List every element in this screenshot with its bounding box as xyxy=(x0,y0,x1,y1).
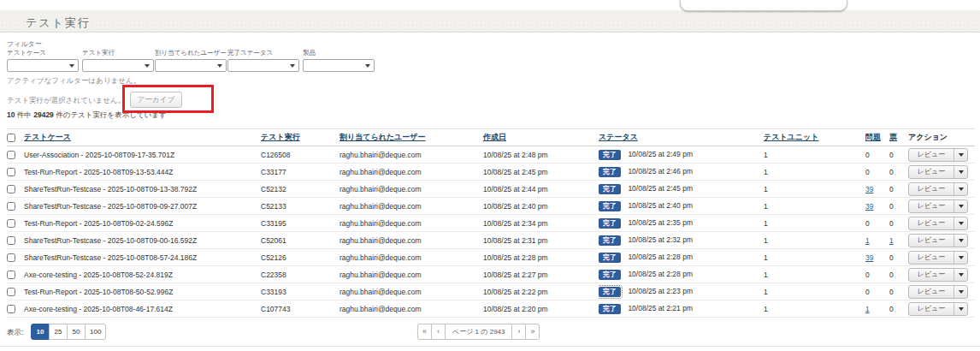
issues-count: 0 xyxy=(865,151,870,159)
status-time: 10/08/25 at 2:35 pm xyxy=(628,218,693,227)
votes-count: 0 xyxy=(889,202,894,211)
row-checkbox[interactable] xyxy=(7,288,15,296)
status-time: 10/08/25 at 2:40 pm xyxy=(628,201,693,210)
test-case-name: User-Association - 2025-10-08T09-17-35.7… xyxy=(24,151,174,159)
top-right-popover-cutoff xyxy=(680,0,847,11)
row-checkbox[interactable] xyxy=(7,253,15,262)
caret-down-icon xyxy=(959,273,964,277)
review-dropdown-toggle[interactable] xyxy=(953,303,967,315)
test-case-name: ShareTestRun-Testcase - 2025-10-08T09-09… xyxy=(24,202,197,211)
filter-field-completion-status: 完了ステータス xyxy=(227,49,301,72)
completion-status-filter-select[interactable] xyxy=(227,59,299,72)
status-time: 10/08/25 at 2:32 pm xyxy=(628,235,693,244)
select-all-checkbox[interactable] xyxy=(7,134,15,142)
review-dropdown-toggle[interactable] xyxy=(953,235,967,247)
row-checkbox[interactable] xyxy=(7,202,15,211)
review-button[interactable]: レビュー xyxy=(909,183,953,195)
review-button[interactable]: レビュー xyxy=(909,166,953,178)
page-size-100[interactable]: 100 xyxy=(85,324,106,340)
issues-count: 0 xyxy=(865,271,870,279)
test-case-filter-select[interactable] xyxy=(7,59,79,72)
first-page-button[interactable]: « xyxy=(417,324,432,340)
test-units-count: 1 xyxy=(764,151,768,159)
assigned-user-filter-select[interactable] xyxy=(155,59,227,72)
test-run-filter-select[interactable] xyxy=(82,59,154,72)
review-dropdown-toggle[interactable] xyxy=(953,217,967,229)
review-dropdown-toggle[interactable] xyxy=(953,269,967,281)
created-date: 10/08/25 at 2:27 pm xyxy=(483,271,548,279)
header-votes[interactable]: 票 xyxy=(889,133,897,141)
status-time: 10/08/25 at 2:49 pm xyxy=(628,150,693,158)
review-button[interactable]: レビュー xyxy=(909,200,953,212)
review-button[interactable]: レビュー xyxy=(909,149,953,161)
archive-button[interactable]: アーカイブ xyxy=(130,92,182,108)
issues-count[interactable]: 39 xyxy=(865,185,873,193)
row-checkbox[interactable] xyxy=(7,168,15,176)
row-checkbox[interactable] xyxy=(7,305,15,313)
review-dropdown-toggle[interactable] xyxy=(953,166,967,178)
votes-count[interactable]: 1 xyxy=(889,236,894,245)
issues-count[interactable]: 1 xyxy=(865,305,870,313)
caret-down-icon xyxy=(959,307,964,311)
review-button[interactable]: レビュー xyxy=(909,286,953,298)
header-assigned-user[interactable]: 割り当てられたユーザー xyxy=(339,133,425,141)
review-button[interactable]: レビュー xyxy=(909,252,953,264)
created-date: 10/08/25 at 2:31 pm xyxy=(483,236,548,245)
status-time: 10/08/25 at 2:28 pm xyxy=(628,270,693,278)
table-row: ShareTestRun-Testcase - 2025-10-08T08-57… xyxy=(7,249,975,266)
row-checkbox[interactable] xyxy=(7,151,15,159)
test-run-id: C33193 xyxy=(261,288,286,296)
header-test-run[interactable]: テスト実行 xyxy=(261,133,300,141)
last-page-button[interactable]: » xyxy=(525,324,540,340)
status-badge: 完了 xyxy=(599,270,621,280)
review-button[interactable]: レビュー xyxy=(909,303,953,315)
caret-down-icon xyxy=(959,222,964,225)
page-size-25[interactable]: 25 xyxy=(49,324,68,340)
table-header-row: テストケース テスト実行 割り当てられたユーザー 作成日 ステータス テストユニ… xyxy=(7,129,975,146)
test-units-count: 1 xyxy=(764,288,768,296)
issues-count[interactable]: 1 xyxy=(865,236,870,245)
no-selection-text: テスト実行が選択されていません。 xyxy=(7,96,125,106)
review-split-button: レビュー xyxy=(908,268,968,282)
review-dropdown-toggle[interactable] xyxy=(953,183,967,195)
row-checkbox[interactable] xyxy=(7,236,15,245)
test-units-count: 1 xyxy=(764,305,768,313)
prev-page-button[interactable]: ‹ xyxy=(431,324,446,340)
header-created-date[interactable]: 作成日 xyxy=(483,133,506,141)
review-dropdown-toggle[interactable] xyxy=(953,149,967,161)
row-checkbox[interactable] xyxy=(7,185,15,193)
issues-count[interactable]: 39 xyxy=(865,253,873,262)
page-size-10[interactable]: 10 xyxy=(31,324,50,340)
test-case-name: Test-Run-Report - 2025-10-08T08-50-52.99… xyxy=(24,288,173,296)
review-dropdown-toggle[interactable] xyxy=(953,286,967,298)
review-split-button: レビュー xyxy=(908,199,968,213)
assigned-user-email: raghu.bhairi@deque.com xyxy=(339,253,422,262)
table-row: ShareTestRun-Testcase - 2025-10-08T09-09… xyxy=(7,198,975,215)
test-runs-table: テストケース テスト実行 割り当てられたユーザー 作成日 ステータス テストユニ… xyxy=(7,128,975,318)
product-filter-select[interactable] xyxy=(303,59,375,72)
total-count: 29429 xyxy=(33,110,54,119)
page-header-band: テスト実行 xyxy=(0,10,980,33)
assigned-user-email: raghu.bhairi@deque.com xyxy=(339,185,422,193)
created-date: 10/08/25 at 2:20 pm xyxy=(483,305,548,313)
caret-down-icon xyxy=(959,205,964,208)
status-badge: 完了 xyxy=(599,304,621,314)
issues-count[interactable]: 39 xyxy=(865,202,873,211)
table-row: ShareTestRun-Testcase - 2025-10-08T09-00… xyxy=(7,232,975,249)
assigned-user-email: raghu.bhairi@deque.com xyxy=(339,151,422,159)
row-checkbox[interactable] xyxy=(7,219,15,228)
filters-section-label: フィルター xyxy=(7,39,42,49)
review-button[interactable]: レビュー xyxy=(909,235,953,247)
review-button[interactable]: レビュー xyxy=(909,217,953,229)
page-size-50[interactable]: 50 xyxy=(67,324,86,340)
header-issues[interactable]: 問題 xyxy=(865,133,881,141)
header-test-units[interactable]: テストユニット xyxy=(764,133,818,141)
review-button[interactable]: レビュー xyxy=(909,269,953,281)
created-date: 10/08/25 at 2:44 pm xyxy=(483,185,548,193)
header-status[interactable]: ステータス xyxy=(599,133,638,141)
row-checkbox[interactable] xyxy=(7,271,15,279)
next-page-button[interactable]: › xyxy=(511,324,526,340)
header-test-case[interactable]: テストケース xyxy=(24,133,71,141)
review-dropdown-toggle[interactable] xyxy=(953,252,967,264)
review-dropdown-toggle[interactable] xyxy=(953,200,967,212)
